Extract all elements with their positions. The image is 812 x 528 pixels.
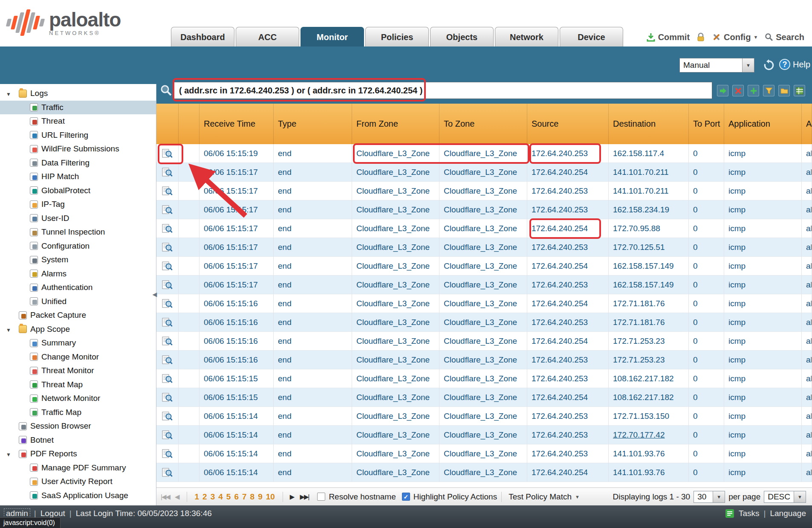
log-row[interactable]: 06/06 15:15:14endCloudflare_L3_ZoneCloud…	[156, 444, 812, 463]
source-cell[interactable]: 172.64.240.254	[527, 463, 609, 482]
destination-cell[interactable]: 141.101.70.211	[609, 182, 689, 200]
log-row[interactable]: 06/06 15:15:19endCloudflare_L3_ZoneCloud…	[156, 144, 812, 163]
apply-filter-button[interactable]	[717, 85, 728, 96]
column-header-application[interactable]: Application	[724, 104, 802, 144]
log-detail-magnifier-icon[interactable]	[156, 407, 179, 426]
to-zone-cell[interactable]: Cloudflare_L3_Zone	[439, 369, 527, 388]
to-port-cell[interactable]: 0	[689, 294, 724, 313]
tab-dashboard[interactable]: Dashboard	[171, 27, 234, 46]
log-detail-magnifier-icon[interactable]	[156, 444, 179, 463]
source-cell[interactable]: 172.64.240.253	[527, 276, 609, 294]
expand-triangle-icon[interactable]	[6, 449, 19, 458]
log-detail-magnifier-icon[interactable]	[156, 200, 179, 219]
to-zone-cell[interactable]: Cloudflare_L3_Zone	[439, 219, 527, 238]
tab-monitor[interactable]: Monitor	[301, 27, 364, 46]
sidebar-item-traffic[interactable]: Traffic	[0, 101, 156, 115]
page-number-7[interactable]: 7	[242, 492, 247, 502]
to-zone-cell[interactable]: Cloudflare_L3_Zone	[439, 332, 527, 351]
log-detail-magnifier-icon[interactable]	[156, 238, 179, 257]
destination-cell[interactable]: 162.158.157.149	[609, 276, 689, 294]
type-cell[interactable]: end	[274, 426, 352, 444]
destination-cell[interactable]: 172.71.181.76	[609, 294, 689, 313]
page-number-8[interactable]: 8	[250, 492, 255, 502]
config-button[interactable]: Config ▼	[712, 32, 758, 42]
action-cell[interactable]: al	[802, 294, 812, 313]
from-zone-cell[interactable]: Cloudflare_L3_Zone	[352, 407, 439, 426]
application-cell[interactable]: icmp	[724, 294, 802, 313]
sidebar-collapse-handle[interactable]: ◀	[152, 285, 157, 304]
sidebar-item-wildfire-submissions[interactable]: WildFire Submissions	[0, 142, 156, 156]
sidebar-item-system[interactable]: System	[0, 253, 156, 267]
page-number-4[interactable]: 4	[218, 492, 223, 502]
to-port-cell[interactable]: 0	[689, 426, 724, 444]
destination-cell[interactable]: 108.162.217.182	[609, 388, 689, 407]
source-cell[interactable]: 172.64.240.253	[527, 351, 609, 369]
log-row[interactable]: 06/06 15:15:17endCloudflare_L3_ZoneCloud…	[156, 238, 812, 257]
application-cell[interactable]: icmp	[724, 444, 802, 463]
column-header-source[interactable]: Source	[527, 104, 609, 144]
application-cell[interactable]: icmp	[724, 238, 802, 257]
source-cell[interactable]: 172.64.240.253	[527, 369, 609, 388]
refresh-mode-select[interactable]: Manual	[679, 58, 754, 73]
type-cell[interactable]: end	[274, 463, 352, 482]
sidebar-item-packet-capture[interactable]: Packet Capture	[0, 308, 156, 322]
type-cell[interactable]: end	[274, 257, 352, 276]
application-cell[interactable]: icmp	[724, 351, 802, 369]
destination-cell[interactable]: 162.158.117.4	[609, 144, 689, 163]
log-row[interactable]: 06/06 15:15:15endCloudflare_L3_ZoneCloud…	[156, 388, 812, 407]
from-zone-cell[interactable]: Cloudflare_L3_Zone	[352, 238, 439, 257]
application-cell[interactable]: icmp	[724, 219, 802, 238]
receive-time-cell[interactable]: 06/06 15:15:16	[199, 313, 274, 332]
sidebar-item-threat-monitor[interactable]: Threat Monitor	[0, 364, 156, 378]
log-detail-magnifier-icon[interactable]	[156, 144, 179, 163]
destination-cell[interactable]: 141.101.70.211	[609, 163, 689, 182]
to-port-cell[interactable]: 0	[689, 257, 724, 276]
action-cell[interactable]: al	[802, 257, 812, 276]
to-port-cell[interactable]: 0	[689, 163, 724, 182]
add-filter-button[interactable]	[748, 85, 759, 96]
column-header-blank[interactable]	[156, 104, 179, 144]
log-detail-magnifier-icon[interactable]	[156, 388, 179, 407]
destination-cell[interactable]: 172.70.177.42	[609, 426, 689, 444]
filter-builder-button[interactable]	[763, 85, 774, 96]
source-cell[interactable]: 172.64.240.253	[527, 444, 609, 463]
action-cell[interactable]: al	[802, 369, 812, 388]
log-detail-magnifier-icon[interactable]	[156, 332, 179, 351]
expand-triangle-icon[interactable]	[6, 89, 19, 98]
receive-time-cell[interactable]: 06/06 15:15:16	[199, 294, 274, 313]
type-cell[interactable]: end	[274, 276, 352, 294]
column-header-type[interactable]: Type	[274, 104, 352, 144]
sidebar-item-pdf-reports[interactable]: PDF Reports	[0, 447, 156, 461]
next-page-button[interactable]	[290, 493, 295, 501]
destination-cell[interactable]: 172.70.95.88	[609, 219, 689, 238]
application-cell[interactable]: icmp	[724, 257, 802, 276]
language-button[interactable]: Language	[770, 509, 806, 518]
sidebar-item-summary[interactable]: Summary	[0, 336, 156, 350]
to-zone-cell[interactable]: Cloudflare_L3_Zone	[439, 388, 527, 407]
to-port-cell[interactable]: 0	[689, 332, 724, 351]
log-detail-magnifier-icon[interactable]	[156, 163, 179, 182]
to-port-cell[interactable]: 0	[689, 200, 724, 219]
receive-time-cell[interactable]: 06/06 15:15:15	[199, 388, 274, 407]
receive-time-cell[interactable]: 06/06 15:15:17	[199, 276, 274, 294]
log-row[interactable]: 06/06 15:15:15endCloudflare_L3_ZoneCloud…	[156, 369, 812, 388]
destination-cell[interactable]: 172.71.253.23	[609, 351, 689, 369]
source-cell[interactable]: 172.64.240.254	[527, 257, 609, 276]
receive-time-cell[interactable]: 06/06 15:15:17	[199, 238, 274, 257]
tab-acc[interactable]: ACC	[236, 27, 299, 46]
receive-time-cell[interactable]: 06/06 15:15:17	[199, 257, 274, 276]
sidebar-item-hip-match[interactable]: HIP Match	[0, 170, 156, 184]
from-zone-cell[interactable]: Cloudflare_L3_Zone	[352, 351, 439, 369]
action-cell[interactable]: al	[802, 332, 812, 351]
receive-time-cell[interactable]: 06/06 15:15:17	[199, 182, 274, 200]
source-cell[interactable]: 172.64.240.253	[527, 426, 609, 444]
log-row[interactable]: 06/06 15:15:16endCloudflare_L3_ZoneCloud…	[156, 313, 812, 332]
log-detail-magnifier-icon[interactable]	[156, 351, 179, 369]
sidebar-item-session-browser[interactable]: Session Browser	[0, 419, 156, 433]
action-cell[interactable]: al	[802, 351, 812, 369]
action-cell[interactable]: al	[802, 276, 812, 294]
destination-cell[interactable]: 162.158.157.149	[609, 257, 689, 276]
destination-cell[interactable]: 172.71.153.150	[609, 407, 689, 426]
export-logs-button[interactable]	[794, 85, 805, 96]
action-cell[interactable]: al	[802, 407, 812, 426]
